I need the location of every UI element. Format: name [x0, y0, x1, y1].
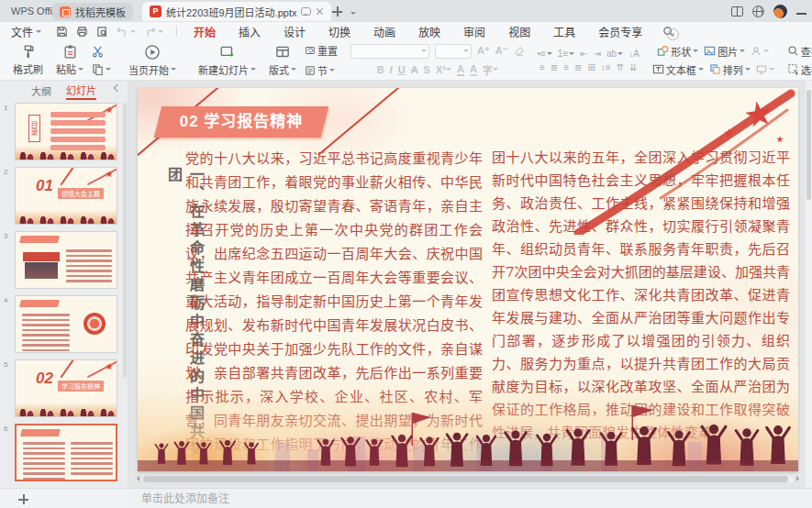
- tab-slides[interactable]: 幻灯片: [66, 83, 96, 100]
- avatar-insert-button[interactable]: [751, 46, 769, 57]
- justify-button[interactable]: ≣: [574, 62, 582, 72]
- strikethrough-button[interactable]: A: [411, 64, 418, 75]
- format-painter-icon: [20, 44, 36, 60]
- decor-slash: [61, 167, 74, 185]
- char-spacing-button[interactable]: ab: [606, 49, 623, 59]
- horizontal-scroll-thumb[interactable]: [143, 476, 788, 482]
- text-direction-button[interactable]: ↓A: [628, 49, 640, 59]
- slide-thumbnail-6-selected[interactable]: 6: [15, 424, 123, 481]
- slide-canvas[interactable]: 02 学习报告精神 一、在革命性磨砺中奋进的中国共青团 党的十八大以来，习近平总…: [138, 88, 798, 471]
- highlight-color-button[interactable]: A: [470, 63, 477, 76]
- layout-button[interactable]: 版式: [264, 43, 301, 78]
- superscript-button[interactable]: X²: [436, 64, 451, 75]
- user-avatar[interactable]: [773, 5, 787, 18]
- scroll-left-icon[interactable]: [134, 476, 139, 481]
- font-size-select[interactable]: [435, 44, 472, 59]
- bullet-list-button[interactable]: •≡: [538, 49, 552, 59]
- slide-thumbnail-4[interactable]: 4: [15, 295, 123, 353]
- vertical-scrollbar[interactable]: [806, 81, 812, 488]
- textbox-button[interactable]: 文本框: [652, 62, 704, 77]
- tab-member[interactable]: 会员专享: [598, 24, 642, 39]
- new-slide-button[interactable]: 新建幻灯片: [194, 43, 261, 78]
- decrease-indent-button[interactable]: ⇤: [580, 49, 587, 59]
- tab-design[interactable]: 设计: [284, 24, 306, 39]
- align-left-button[interactable]: ≡: [539, 62, 545, 72]
- increase-font-button[interactable]: A⁺: [477, 45, 490, 57]
- undo-button[interactable]: [117, 26, 136, 37]
- horizontal-scrollbar[interactable]: [134, 475, 802, 482]
- close-tab-icon[interactable]: [316, 7, 324, 16]
- crowd-band: [16, 146, 117, 160]
- tab-animation[interactable]: 动画: [373, 24, 395, 39]
- section-button[interactable]: 节: [305, 63, 338, 78]
- panel-scrollbar[interactable]: [123, 103, 127, 378]
- notes-bar[interactable]: 单击此处添加备注: [128, 488, 812, 508]
- reset-button[interactable]: 重置: [305, 43, 338, 58]
- textbox-label: 文本框: [666, 62, 696, 77]
- print-preview-icon[interactable]: [96, 26, 108, 38]
- bold-button[interactable]: B: [377, 64, 384, 75]
- collapse-panel-icon[interactable]: [114, 84, 121, 92]
- select-button[interactable]: 选择: [787, 62, 812, 77]
- title-tag: [19, 300, 60, 307]
- file-menu-button[interactable]: 文件: [0, 24, 49, 39]
- tab-transitions[interactable]: 切换: [328, 24, 350, 39]
- tab-review[interactable]: 审阅: [463, 24, 485, 39]
- font-family-select[interactable]: [350, 44, 429, 59]
- text-effects-button[interactable]: 字: [483, 62, 498, 77]
- redo-button[interactable]: [144, 26, 163, 37]
- tab-slideshow[interactable]: 放映: [418, 24, 440, 39]
- slide-thumbnail-5[interactable]: 5 02 学习报告精神: [15, 359, 123, 417]
- clear-format-icon[interactable]: [514, 46, 525, 57]
- comment-bubble-icon[interactable]: [301, 7, 311, 16]
- slide-thumbnail-2[interactable]: 2 01 领悟大会主题: [15, 167, 123, 225]
- window-layout-icon[interactable]: [731, 6, 743, 17]
- tab-document[interactable]: P 统计2203班9月团日活动.pptx: [142, 2, 331, 21]
- underline-button[interactable]: U: [398, 64, 406, 75]
- format-painter-button[interactable]: 格式刷: [8, 43, 48, 77]
- paste-button[interactable]: 粘贴: [51, 43, 88, 77]
- tab-view[interactable]: 视图: [508, 24, 530, 39]
- globe-icon[interactable]: [752, 6, 764, 17]
- paragraph-before-button[interactable]: ⇈: [617, 62, 624, 72]
- find-button[interactable]: 查找: [787, 44, 812, 59]
- shadow-button[interactable]: S: [424, 64, 430, 75]
- tab-insert[interactable]: 插入: [239, 24, 261, 39]
- italic-button[interactable]: I: [390, 64, 393, 75]
- slide-title[interactable]: 02 学习报告精神: [154, 106, 328, 138]
- cut-button[interactable]: [92, 46, 111, 58]
- shapes-button[interactable]: 形状: [657, 44, 698, 59]
- select-icon: [787, 63, 799, 75]
- redo-icon: [144, 26, 156, 37]
- play-from-current-button[interactable]: 当页开始: [124, 43, 181, 78]
- arrange-button[interactable]: 排列: [709, 62, 751, 77]
- tab-tools[interactable]: 工具: [553, 24, 575, 39]
- numbered-list-button[interactable]: 1≡: [558, 49, 574, 59]
- slide-thumbnail-1[interactable]: 1 目录: [15, 103, 123, 160]
- ribbon-status-icon[interactable]: [667, 28, 679, 40]
- char-spacing-chevron-icon: [617, 52, 623, 58]
- tab-list-chevron-icon[interactable]: [350, 12, 356, 17]
- monitor-button[interactable]: [756, 64, 774, 75]
- align-center-button[interactable]: ≣: [551, 62, 558, 72]
- decrease-font-button[interactable]: A⁻: [495, 45, 508, 57]
- font-color-button[interactable]: A: [457, 63, 464, 76]
- paragraph-after-button[interactable]: ⇊: [629, 62, 637, 72]
- tab-docer-templates[interactable]: 找稻壳模板: [52, 3, 133, 20]
- columns-button[interactable]: ⊞: [587, 62, 595, 72]
- scroll-right-icon[interactable]: [796, 476, 802, 481]
- line-spacing-button[interactable]: ↕≡: [601, 62, 611, 72]
- add-slide-button[interactable]: [18, 494, 28, 504]
- vertical-scroll-thumb[interactable]: [806, 90, 811, 200]
- slide-thumbnail-3[interactable]: 3: [15, 231, 123, 289]
- copy-button[interactable]: [92, 63, 111, 75]
- tab-outline[interactable]: 大纲: [31, 83, 51, 98]
- print-icon[interactable]: [76, 26, 88, 38]
- tab-home[interactable]: 开始: [194, 24, 216, 39]
- new-tab-button[interactable]: [332, 6, 342, 17]
- save-icon[interactable]: [56, 26, 68, 38]
- picture-button[interactable]: 图片: [704, 44, 745, 59]
- minimize-button[interactable]: [796, 13, 806, 15]
- increase-indent-button[interactable]: ⇥: [594, 49, 601, 59]
- align-right-button[interactable]: ≡: [563, 62, 569, 72]
